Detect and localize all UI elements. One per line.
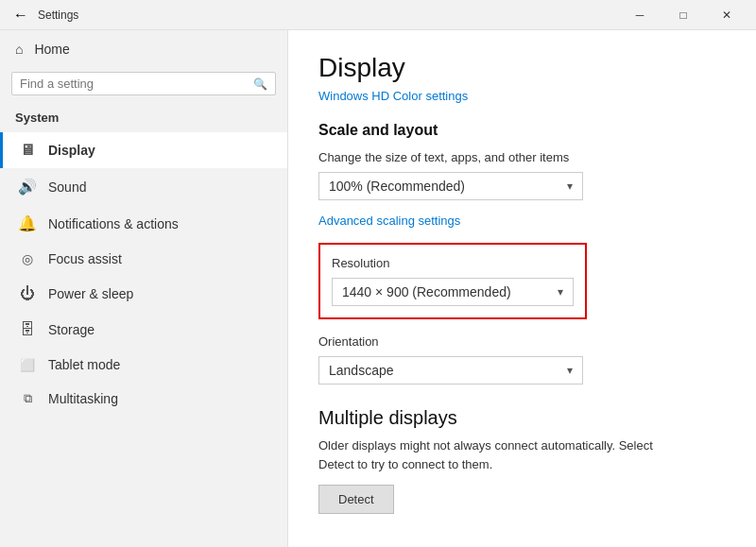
multiple-displays-description: Older displays might not always connect … — [318, 436, 678, 473]
multiple-displays-section: Multiple displays Older displays might n… — [318, 407, 726, 514]
resolution-label: Resolution — [332, 256, 574, 270]
multiple-displays-title: Multiple displays — [318, 407, 726, 429]
search-icon: 🔍 — [253, 77, 267, 91]
notifications-icon: 🔔 — [18, 214, 37, 232]
sidebar-item-sound[interactable]: 🔊 Sound — [0, 168, 287, 205]
orientation-section: Orientation Landscape ▾ — [318, 334, 726, 385]
power-icon: ⏻ — [18, 285, 37, 302]
sidebar-power-label: Power & sleep — [48, 286, 133, 301]
sidebar-item-storage[interactable]: 🗄 Storage — [0, 312, 287, 348]
back-button[interactable]: ← — [8, 2, 34, 28]
system-label: System — [0, 107, 287, 132]
tablet-icon: ⬜ — [18, 358, 37, 372]
window-controls: ─ □ ✕ — [618, 0, 748, 30]
orientation-dropdown[interactable]: Landscape ▾ — [318, 356, 583, 385]
sidebar-multitasking-label: Multitasking — [48, 391, 118, 406]
sidebar-tablet-label: Tablet mode — [48, 357, 120, 372]
orientation-label: Orientation — [318, 334, 726, 349]
sidebar-item-display[interactable]: 🖥 Display — [0, 132, 287, 168]
scale-dropdown[interactable]: 100% (Recommended) ▾ — [318, 172, 583, 200]
content-area: Display Windows HD Color settings Scale … — [288, 30, 756, 547]
sidebar-item-tablet[interactable]: ⬜ Tablet mode — [0, 348, 287, 382]
search-input[interactable] — [20, 77, 253, 91]
change-size-label: Change the size of text, apps, and other… — [318, 150, 726, 164]
sidebar-item-multitasking[interactable]: ⧉ Multitasking — [0, 382, 287, 416]
minimize-icon: ─ — [636, 9, 644, 22]
storage-icon: 🗄 — [18, 321, 37, 338]
sidebar-item-power[interactable]: ⏻ Power & sleep — [0, 276, 287, 312]
sidebar-display-label: Display — [48, 143, 95, 158]
multitasking-icon: ⧉ — [18, 391, 37, 406]
sidebar-item-home[interactable]: ⌂ Home — [0, 30, 287, 68]
search-box[interactable]: 🔍 — [11, 72, 276, 95]
title-bar: ← Settings ─ □ ✕ — [0, 0, 756, 30]
close-button[interactable]: ✕ — [705, 0, 748, 30]
focus-icon: ◎ — [18, 251, 37, 266]
resolution-value: 1440 × 900 (Recommended) — [342, 284, 511, 299]
orientation-value: Landscape — [329, 363, 394, 378]
maximize-icon: □ — [679, 9, 686, 22]
sound-icon: 🔊 — [18, 178, 37, 196]
scale-section-title: Scale and layout — [318, 122, 726, 139]
close-icon: ✕ — [722, 9, 731, 22]
sidebar-notifications-label: Notifications & actions — [48, 216, 179, 231]
maximize-button[interactable]: □ — [662, 0, 705, 30]
back-icon: ← — [13, 7, 28, 24]
home-icon: ⌂ — [15, 42, 23, 57]
advanced-scaling-link[interactable]: Advanced scaling settings — [318, 214, 460, 228]
sidebar-home-label: Home — [34, 42, 69, 57]
minimize-button[interactable]: ─ — [618, 0, 662, 30]
sidebar-item-notifications[interactable]: 🔔 Notifications & actions — [0, 205, 287, 242]
sidebar-focus-label: Focus assist — [48, 251, 122, 266]
sidebar: ⌂ Home 🔍 System 🖥 Display 🔊 Sound 🔔 Noti… — [0, 30, 288, 547]
display-icon: 🖥 — [18, 142, 37, 159]
sidebar-item-focus[interactable]: ◎ Focus assist — [0, 242, 287, 276]
sidebar-storage-label: Storage — [48, 322, 94, 337]
resolution-dropdown[interactable]: 1440 × 900 (Recommended) ▾ — [332, 278, 574, 306]
scale-dropdown-arrow: ▾ — [567, 179, 573, 193]
resolution-dropdown-arrow: ▾ — [558, 285, 563, 299]
sidebar-sound-label: Sound — [48, 179, 86, 195]
resolution-box: Resolution 1440 × 900 (Recommended) ▾ — [318, 243, 587, 319]
window-title: Settings — [38, 9, 618, 22]
orientation-dropdown-arrow: ▾ — [567, 364, 573, 377]
main-layout: ⌂ Home 🔍 System 🖥 Display 🔊 Sound 🔔 Noti… — [0, 30, 756, 547]
scale-value: 100% (Recommended) — [329, 179, 465, 194]
page-title: Display — [318, 53, 726, 83]
top-link[interactable]: Windows HD Color settings — [318, 89, 468, 103]
detect-button[interactable]: Detect — [318, 485, 394, 514]
